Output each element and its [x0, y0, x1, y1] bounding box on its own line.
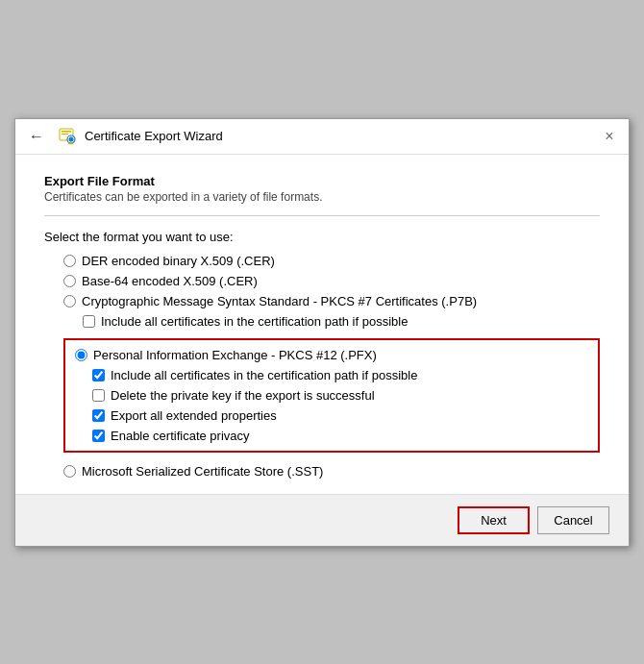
pfx-delete-key[interactable]: Delete the private key if the export is … — [92, 388, 588, 403]
pfx-delete-key-label: Delete the private key if the export is … — [111, 388, 375, 403]
pkcs7-include-all-checkbox[interactable] — [83, 315, 95, 328]
pkcs7-option[interactable]: Cryptographic Message Syntax Standard - … — [63, 294, 600, 308]
footer: Next Cancel — [15, 494, 629, 546]
format-options: DER encoded binary X.509 (.CER) Base-64 … — [44, 254, 600, 479]
divider — [44, 215, 600, 216]
section-title: Export File Format — [44, 174, 600, 188]
pfx-include-all[interactable]: Include all certificates in the certific… — [92, 368, 588, 382]
pfx-export-props-checkbox[interactable] — [92, 409, 105, 422]
der-radio[interactable] — [63, 255, 76, 267]
certificate-icon — [58, 127, 77, 146]
base64-option[interactable]: Base-64 encoded X.509 (.CER) — [63, 274, 600, 288]
ms-store-option[interactable]: Microsoft Serialized Certificate Store (… — [63, 464, 600, 479]
pfx-delete-key-checkbox[interactable] — [92, 389, 105, 402]
svg-rect-1 — [62, 131, 71, 133]
pkcs7-label: Cryptographic Message Syntax Standard - … — [82, 294, 477, 308]
der-label: DER encoded binary X.509 (.CER) — [82, 254, 275, 268]
cancel-button[interactable]: Cancel — [537, 506, 609, 534]
pfx-cert-privacy[interactable]: Enable certificate privacy — [92, 429, 588, 443]
pfx-checkboxes: Include all certificates in the certific… — [75, 368, 588, 443]
pfx-include-all-label: Include all certificates in the certific… — [111, 368, 417, 382]
pfx-label: Personal Information Exchange - PKCS #12… — [93, 348, 377, 362]
content-area: Export File Format Certificates can be e… — [15, 155, 629, 494]
title-bar-title: Certificate Export Wizard — [85, 129, 223, 143]
pfx-include-all-checkbox[interactable] — [92, 369, 105, 381]
svg-point-4 — [69, 136, 74, 141]
title-bar: ← Certificate Export Wizard × — [15, 119, 629, 155]
pfx-export-props[interactable]: Export all extended properties — [92, 408, 588, 423]
pkcs7-radio[interactable] — [63, 295, 76, 307]
back-button[interactable]: ← — [23, 126, 50, 147]
pfx-radio[interactable] — [75, 349, 87, 361]
pfx-cert-privacy-checkbox[interactable] — [92, 430, 105, 442]
section-description: Certificates can be exported in a variet… — [44, 190, 600, 204]
svg-rect-2 — [62, 134, 68, 135]
pkcs7-include-all-label: Include all certificates in the certific… — [101, 314, 408, 329]
title-bar-left: ← Certificate Export Wizard — [23, 126, 223, 147]
pfx-group: Personal Information Exchange - PKCS #12… — [63, 338, 600, 453]
base64-label: Base-64 encoded X.509 (.CER) — [82, 274, 258, 288]
ms-store-label: Microsoft Serialized Certificate Store (… — [82, 464, 323, 479]
base64-radio[interactable] — [63, 275, 76, 287]
pfx-export-props-label: Export all extended properties — [111, 408, 277, 423]
pkcs7-sub-option: Include all certificates in the certific… — [63, 314, 600, 329]
wizard-window: ← Certificate Export Wizard × Export Fil… — [14, 118, 630, 547]
close-button[interactable]: × — [598, 125, 621, 148]
der-option[interactable]: DER encoded binary X.509 (.CER) — [63, 254, 600, 268]
pfx-option[interactable]: Personal Information Exchange - PKCS #12… — [75, 348, 588, 362]
pfx-cert-privacy-label: Enable certificate privacy — [111, 429, 250, 443]
pkcs7-include-all[interactable]: Include all certificates in the certific… — [83, 314, 600, 329]
ms-store-radio[interactable] — [63, 465, 76, 478]
next-button[interactable]: Next — [458, 506, 530, 534]
svg-rect-6 — [68, 143, 73, 144]
select-format-label: Select the format you want to use: — [44, 230, 600, 244]
